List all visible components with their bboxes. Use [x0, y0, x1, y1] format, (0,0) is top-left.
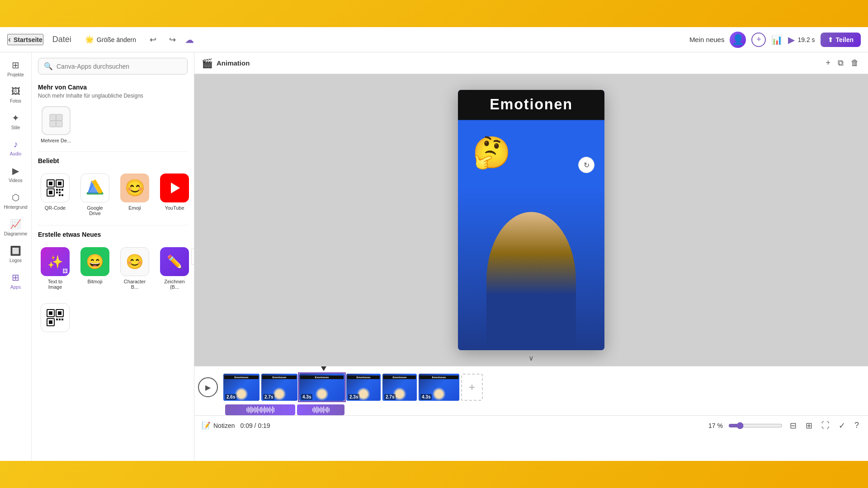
clip-duration-4: 2.3s — [348, 394, 359, 400]
qr-bottom-svg — [45, 308, 65, 328]
timeline-clip-6[interactable]: Emotionen 4.3s — [419, 374, 459, 401]
sidebar-item-stile[interactable]: ✦ Stile — [2, 109, 30, 134]
share-button[interactable]: ⬆ Teilen — [821, 33, 861, 47]
add-button[interactable]: + — [751, 33, 766, 47]
timeline-play-button[interactable]: ▶ — [198, 377, 218, 397]
resize-button[interactable]: 🌟 Größe ändern — [80, 33, 141, 47]
svg-rect-13 — [56, 192, 58, 193]
divider-2 — [38, 225, 188, 225]
timeline-clip-5[interactable]: Emotionen 2.7s — [382, 374, 417, 401]
notes-label: Notizen — [213, 422, 235, 429]
toolbar-center: Mein neues — [682, 36, 725, 43]
share-label: Teilen — [836, 36, 854, 43]
redo-button[interactable]: ↪ — [165, 33, 179, 47]
help-button[interactable]: ? — [853, 419, 861, 432]
wave-bar — [319, 408, 320, 412]
app-qr-code[interactable]: QR-Code — [38, 171, 72, 219]
add-clip-button[interactable]: + — [461, 374, 483, 401]
videos-icon: ▶ — [12, 165, 19, 176]
audio-track-2[interactable] — [297, 404, 344, 415]
wave-bar — [321, 407, 321, 413]
emoji-icon-box: 😊 — [120, 174, 149, 202]
timeline-clip-4[interactable]: Emotionen 2.3s — [346, 374, 381, 401]
wave-bar — [256, 408, 257, 412]
grid-view-button[interactable]: ⊞ — [804, 419, 814, 432]
fullscreen-button[interactable]: ⛶ — [820, 419, 831, 432]
zoom-display: 17 % — [708, 422, 723, 429]
timeline-clip-2[interactable]: Emotionen 2.7s — [261, 374, 297, 401]
wave-bar — [318, 407, 319, 413]
character-icon: 😊 — [120, 247, 149, 276]
sidebar-item-apps[interactable]: ⊞ Apps — [2, 268, 30, 293]
copy-canvas-button[interactable]: ⧉ — [836, 56, 845, 70]
check-button[interactable]: ✓ — [837, 419, 847, 432]
audio-track-1[interactable] — [225, 404, 295, 415]
character-label: Character B... — [120, 279, 149, 290]
app-zeichnen[interactable]: ✏️ Zeichnen (B... — [157, 244, 192, 292]
wave-bar — [267, 407, 268, 413]
sidebar-item-hintergrund[interactable]: ⬡ Hintergrund — [2, 188, 30, 213]
projekte-icon: ⊞ — [12, 60, 19, 70]
wave-bar — [249, 408, 250, 412]
svg-rect-14 — [59, 192, 61, 193]
timeline-clip-1[interactable]: Emotionen 2.6s — [223, 374, 259, 401]
notes-button[interactable]: 📝 Notizen — [202, 421, 235, 430]
avatar[interactable]: 👤 — [730, 32, 746, 48]
canvas-toolbar-left: 🎬 Animation — [202, 58, 250, 69]
zoom-slider[interactable] — [728, 422, 783, 429]
animation-label: Animation — [217, 59, 250, 67]
app-character-b[interactable]: 😊 Character B... — [118, 244, 152, 292]
sidebar-item-projekte[interactable]: ⊞ Projekte — [2, 56, 30, 81]
collapse-panel-button[interactable]: ‹ — [191, 249, 194, 265]
mehrere-designs-item[interactable]: Mehrere De... — [38, 103, 74, 146]
divider-1 — [38, 151, 188, 152]
app-text-to-image[interactable]: ✨ 🖼 Text to Image — [38, 244, 72, 292]
clip-thumb-1: Emotionen 2.6s — [223, 374, 259, 401]
logos-icon: 🔲 — [10, 245, 21, 256]
clip-thumb-5: Emotionen 2.7s — [382, 374, 417, 401]
clip-text-2: Emotionen — [262, 375, 297, 379]
clip-text-1: Emotionen — [224, 375, 259, 379]
clip-thumb-4: Emotionen 2.3s — [346, 374, 381, 401]
stats-button[interactable]: 📊 — [771, 34, 783, 45]
add-canvas-button[interactable]: + — [824, 56, 832, 70]
search-input[interactable] — [57, 63, 182, 70]
canvas-frame[interactable]: Emotionen 🤔 — [458, 90, 604, 350]
qr-icon-box — [41, 174, 70, 202]
search-box: 🔍 — [38, 58, 188, 75]
sidebar-item-videos[interactable]: ▶ Videos — [2, 162, 30, 187]
qr-bottom-icon — [41, 303, 70, 332]
app-emoji[interactable]: 😊 Emoji — [118, 171, 152, 219]
wave-bar — [312, 408, 313, 412]
app-bitmoji[interactable]: 😄 Bitmoji — [78, 244, 112, 292]
wave-bar — [265, 408, 266, 412]
frame-background-bottom — [458, 188, 604, 350]
app-youtube[interactable]: YouTube — [157, 171, 192, 219]
home-button[interactable]: ‹ Startseite — [7, 34, 43, 45]
file-button[interactable]: Datei — [49, 33, 75, 46]
mehr-section: Mehrere De... — [32, 103, 194, 150]
sidebar-item-audio[interactable]: ♪ Audio — [2, 136, 30, 160]
canvas-down-arrow-icon: ∨ — [528, 354, 534, 362]
svg-rect-1 — [56, 114, 62, 121]
clip-text-5: Emotionen — [383, 375, 416, 379]
refresh-button[interactable]: ↻ — [578, 157, 594, 173]
clip-duration-5: 2.7s — [384, 394, 396, 400]
sidebar-item-logos[interactable]: 🔲 Logos — [2, 242, 30, 267]
sidebar-item-fotos[interactable]: 🖼 Fotos — [2, 83, 30, 107]
project-name: Mein neues — [689, 36, 725, 43]
timeline-clip-3[interactable]: Emotionen 4.3s — [299, 374, 344, 401]
notes-icon: 📝 — [202, 421, 211, 430]
timeline-bottom: 📝 Notizen 0:09 / 0:19 17 % ⊟ ⊞ ⛶ ✓ ? — [194, 415, 868, 435]
youtube-play-icon — [171, 183, 180, 193]
text-to-image-icon: ✨ 🖼 — [41, 247, 70, 276]
app-google-drive[interactable]: Google Drive — [78, 171, 112, 219]
app-qr-bottom[interactable] — [38, 300, 188, 335]
undo-button[interactable]: ↩ — [146, 33, 160, 47]
videos-label: Videos — [9, 178, 22, 183]
sidebar-item-diagramme[interactable]: 📈 Diagramme — [2, 215, 30, 240]
view-toggle-button[interactable]: ⊟ — [788, 419, 798, 432]
canvas-frame-wrapper: Emotionen 🤔 ↻ — [491, 148, 572, 292]
play-time-button[interactable]: ▶ — [788, 34, 795, 45]
delete-canvas-button[interactable]: 🗑 — [849, 56, 861, 70]
